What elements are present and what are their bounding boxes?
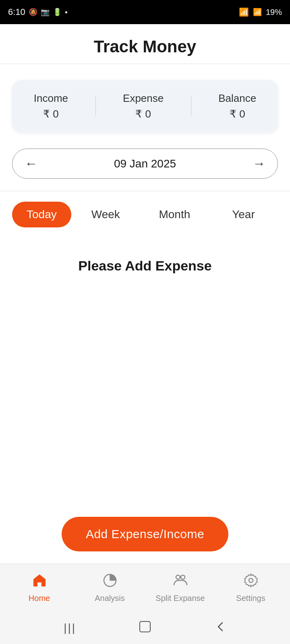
- settings-icon: [244, 573, 258, 591]
- nav-home[interactable]: Home: [4, 573, 75, 603]
- expense-summary: Expense ₹ 0: [123, 92, 164, 120]
- tab-week[interactable]: Week: [71, 202, 140, 227]
- add-expense-income-button[interactable]: Add Expense/Income: [62, 517, 228, 551]
- prev-date-button[interactable]: ←: [25, 156, 37, 171]
- status-bar: 6:10 🔕 📷 🔋 ● 📶 📶 19%: [0, 0, 290, 24]
- divider-1: [95, 96, 96, 116]
- signal-icon: 📶: [253, 8, 262, 17]
- expense-label: Expense: [123, 92, 164, 105]
- status-right: 📶 📶 19%: [239, 7, 282, 17]
- divider-2: [191, 96, 191, 116]
- battery-saver-icon: 🔋: [53, 8, 62, 17]
- balance-summary: Balance ₹ 0: [218, 92, 256, 120]
- nav-split-expanse-label: Split Expanse: [155, 594, 205, 603]
- home-icon: [32, 573, 47, 591]
- nav-analysis-label: Analysis: [95, 594, 124, 603]
- status-left: 6:10 🔕 📷 🔋 ●: [8, 7, 68, 17]
- nav-home-label: Home: [29, 594, 50, 603]
- svg-point-3: [176, 575, 180, 579]
- nav-settings-label: Settings: [236, 594, 265, 603]
- tab-month[interactable]: Month: [140, 202, 209, 227]
- system-navigation-bar: |||: [0, 612, 290, 644]
- empty-state: Please Add Expense: [0, 234, 290, 509]
- main-content: Track Money Income ₹ 0 Expense ₹ 0 Balan…: [0, 24, 290, 564]
- split-expanse-icon: [173, 573, 188, 591]
- income-summary: Income ₹ 0: [34, 92, 68, 120]
- screenshot-icon: 📷: [41, 8, 50, 17]
- analysis-icon: [103, 573, 117, 591]
- empty-state-message: Please Add Expense: [78, 258, 211, 274]
- svg-point-4: [181, 575, 185, 579]
- section-divider: [0, 191, 290, 191]
- notification-dot: ●: [65, 9, 68, 15]
- add-button-container: Add Expense/Income: [0, 509, 290, 564]
- nav-split-expanse[interactable]: Split Expanse: [145, 573, 215, 603]
- time-display: 6:10: [8, 7, 25, 17]
- next-date-button[interactable]: →: [253, 156, 265, 171]
- battery-percentage: 19%: [266, 8, 282, 17]
- tab-today[interactable]: Today: [12, 202, 71, 227]
- nav-analysis[interactable]: Analysis: [75, 573, 145, 603]
- back-button[interactable]: [214, 621, 226, 636]
- page-title: Track Money: [8, 37, 282, 56]
- income-value: ₹ 0: [43, 108, 59, 120]
- date-navigator: ← 09 Jan 2025 →: [12, 149, 278, 179]
- income-label: Income: [34, 92, 68, 105]
- app-header: Track Money: [0, 24, 290, 64]
- svg-rect-6: [140, 621, 150, 632]
- wifi-icon: 📶: [239, 7, 249, 17]
- dnd-icon: 🔕: [29, 8, 37, 17]
- recent-apps-button[interactable]: |||: [64, 621, 76, 634]
- summary-card: Income ₹ 0 Expense ₹ 0 Balance ₹ 0: [12, 80, 278, 132]
- bottom-navigation: Home Analysis Split Expanse: [0, 564, 290, 612]
- filter-tabs: Today Week Month Year: [0, 195, 290, 234]
- home-button[interactable]: [139, 621, 151, 636]
- tab-year[interactable]: Year: [209, 202, 278, 227]
- expense-value: ₹ 0: [135, 108, 151, 120]
- balance-value: ₹ 0: [230, 108, 245, 120]
- svg-point-5: [249, 578, 253, 582]
- balance-label: Balance: [218, 92, 256, 105]
- nav-settings[interactable]: Settings: [215, 573, 286, 603]
- current-date: 09 Jan 2025: [114, 157, 176, 170]
